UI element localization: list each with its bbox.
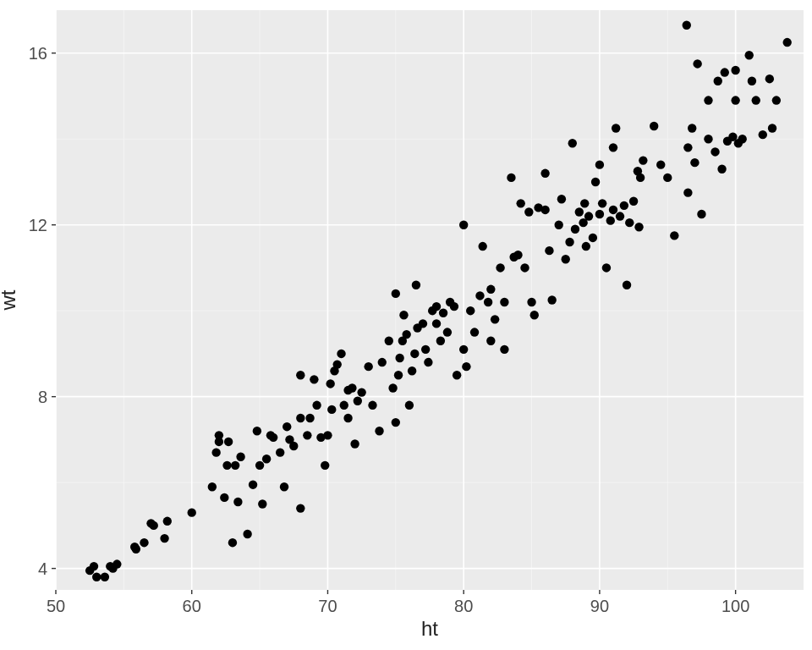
data-point [337, 350, 345, 358]
data-point [432, 302, 441, 311]
plot-panel [56, 10, 804, 590]
data-point [683, 188, 692, 196]
data-point [421, 345, 430, 354]
data-point [520, 263, 529, 272]
data-point [258, 499, 266, 508]
data-point [625, 218, 634, 227]
data-point [296, 414, 304, 422]
data-point [132, 545, 140, 554]
data-point [368, 401, 376, 410]
data-point [419, 319, 427, 328]
data-point [312, 401, 321, 410]
data-point [269, 433, 277, 442]
data-point [262, 454, 271, 463]
data-point [620, 201, 628, 210]
data-point [589, 234, 597, 242]
data-point [399, 311, 408, 319]
data-point [326, 379, 334, 388]
data-point [333, 360, 342, 368]
data-point [253, 427, 261, 435]
x-tick-label: 70 [318, 597, 337, 615]
y-axis-title: wt [0, 289, 19, 311]
data-point [565, 238, 573, 246]
data-point [656, 160, 665, 168]
data-point [112, 559, 121, 568]
data-point [636, 174, 645, 182]
data-point [327, 405, 336, 414]
data-point [459, 345, 468, 354]
data-point [629, 197, 638, 206]
data-point [752, 96, 760, 104]
data-point [392, 418, 400, 427]
data-point [310, 375, 318, 383]
x-tick-label: 80 [454, 597, 473, 615]
data-point [602, 263, 611, 272]
data-point [609, 143, 617, 151]
data-point [582, 242, 590, 251]
data-point [405, 401, 414, 410]
data-point [547, 295, 556, 304]
data-point [466, 306, 475, 315]
data-point [90, 562, 98, 570]
data-point [486, 337, 495, 345]
data-point [188, 508, 196, 516]
data-point [584, 212, 593, 220]
data-point [540, 169, 549, 178]
data-point [612, 124, 620, 132]
data-point [340, 401, 348, 410]
data-point [211, 448, 220, 456]
data-point [530, 311, 539, 319]
data-point [484, 298, 492, 306]
data-point [562, 255, 570, 263]
data-point [683, 21, 691, 30]
data-point [450, 302, 458, 311]
data-point [500, 298, 508, 306]
data-point [459, 221, 468, 229]
data-point [150, 521, 158, 530]
data-point [436, 337, 445, 345]
data-point [513, 251, 522, 259]
data-point [557, 195, 566, 203]
data-point [462, 362, 470, 371]
data-point [280, 482, 288, 491]
data-point [388, 383, 397, 392]
data-point [783, 38, 792, 47]
data-point [305, 414, 314, 422]
data-point [772, 96, 781, 104]
y-tick-label: 8 [38, 388, 47, 406]
data-point [101, 573, 109, 581]
data-point [748, 77, 756, 85]
data-point [663, 174, 672, 182]
data-point [255, 461, 264, 470]
data-point [410, 350, 419, 358]
data-point [580, 199, 589, 207]
data-point [650, 122, 658, 130]
data-point [323, 431, 332, 439]
data-point [432, 319, 441, 328]
data-point [623, 281, 631, 289]
data-point [160, 534, 168, 543]
data-point [350, 439, 359, 448]
data-point [545, 246, 553, 255]
data-point [598, 199, 606, 207]
data-point [690, 158, 699, 167]
data-point [296, 371, 304, 379]
data-point [634, 223, 643, 231]
data-point [378, 358, 387, 366]
data-point [524, 207, 533, 216]
data-point [697, 210, 705, 218]
data-point [385, 337, 393, 345]
data-point [92, 573, 101, 581]
data-point [249, 480, 257, 488]
x-axis-title: ht [421, 617, 438, 640]
data-point [303, 431, 311, 439]
data-point [768, 124, 776, 132]
data-point [163, 517, 172, 526]
data-point [759, 130, 767, 139]
data-point [283, 422, 291, 431]
data-point [470, 328, 479, 336]
y-tick-label: 16 [29, 44, 47, 63]
scatter-plot: 5060708090100481216htwt [0, 0, 812, 650]
data-point [395, 354, 403, 362]
data-point [224, 438, 233, 446]
